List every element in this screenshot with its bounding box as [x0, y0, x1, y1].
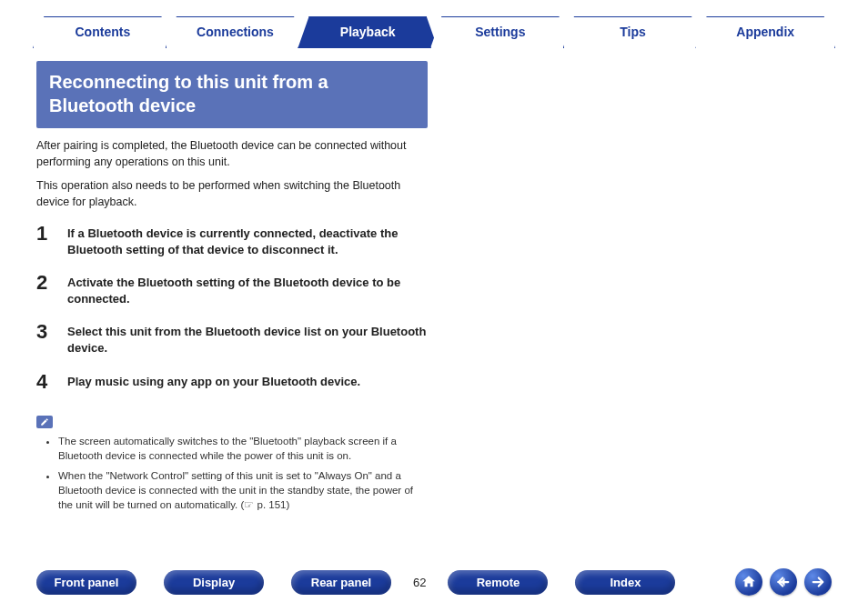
- tab-appendix[interactable]: Appendix: [695, 16, 835, 48]
- link-front-panel[interactable]: Front panel: [36, 570, 136, 595]
- notes-list: The screen automatically switches to the…: [58, 434, 428, 512]
- note-icon: [36, 416, 53, 428]
- note-bullet-1: The screen automatically switches to the…: [58, 434, 428, 463]
- tab-connections[interactable]: Connections: [166, 16, 306, 48]
- step-4: 4 Play music using any app on your Bluet…: [36, 372, 428, 392]
- note-bullet-2: When the "Network Control" setting of th…: [58, 468, 428, 512]
- step-2: 2 Activate the Bluetooth setting of the …: [36, 273, 428, 307]
- section-heading: Reconnecting to this unit from a Bluetoo…: [36, 61, 428, 128]
- step-number: 2: [36, 273, 55, 307]
- step-text: Select this unit from the Bluetooth devi…: [67, 322, 428, 356]
- bottom-bar: Front panel Display Rear panel 62 Remote…: [36, 568, 832, 596]
- step-text: If a Bluetooth device is currently conne…: [67, 224, 428, 258]
- step-number: 4: [36, 372, 55, 392]
- step-1: 1 If a Bluetooth device is currently con…: [36, 224, 428, 258]
- home-icon[interactable]: [735, 568, 762, 596]
- link-display[interactable]: Display: [164, 570, 264, 595]
- tab-tips[interactable]: Tips: [563, 16, 703, 48]
- page-number: 62: [413, 576, 426, 589]
- prev-page-icon[interactable]: [770, 568, 797, 596]
- step-number: 1: [36, 224, 55, 258]
- step-text: Activate the Bluetooth setting of the Bl…: [67, 273, 428, 307]
- tab-playback[interactable]: Playback: [298, 16, 438, 48]
- step-text: Play music using any app on your Bluetoo…: [67, 372, 360, 392]
- link-rear-panel[interactable]: Rear panel: [291, 570, 391, 595]
- tab-contents[interactable]: Contents: [33, 16, 173, 48]
- link-index[interactable]: Index: [575, 570, 675, 595]
- link-remote[interactable]: Remote: [448, 570, 548, 595]
- steps-list: 1 If a Bluetooth device is currently con…: [36, 224, 428, 392]
- content-column: After pairing is completed, the Bluetoot…: [36, 137, 428, 512]
- intro-paragraph-1: After pairing is completed, the Bluetoot…: [36, 137, 428, 170]
- step-number: 3: [36, 322, 55, 356]
- tab-settings[interactable]: Settings: [430, 16, 570, 48]
- next-page-icon[interactable]: [804, 568, 832, 596]
- top-tabs: Contents Connections Playback Settings T…: [36, 16, 832, 48]
- intro-paragraph-2: This operation also needs to be performe…: [36, 177, 428, 210]
- step-3: 3 Select this unit from the Bluetooth de…: [36, 322, 428, 356]
